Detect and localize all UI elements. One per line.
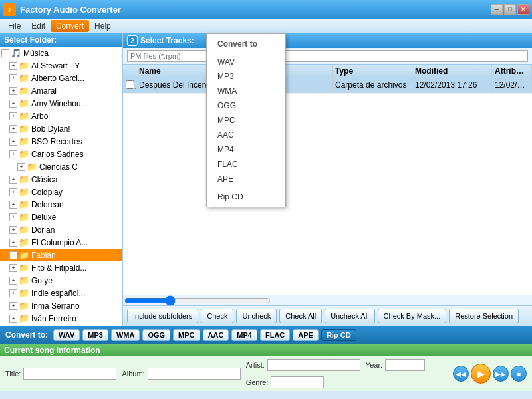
convert-to-flac[interactable]: FLAC: [207, 157, 285, 172]
tree-expand-icon[interactable]: +: [9, 87, 17, 95]
tree-item[interactable]: +📁Jero Romero: [0, 325, 122, 326]
table-row[interactable]: Después Del Incen... Carpeta de archivos…: [123, 78, 532, 94]
tree-expand-icon[interactable]: +: [9, 62, 17, 70]
tree-expand-icon[interactable]: +: [9, 289, 17, 297]
tree-expand-icon[interactable]: +: [9, 251, 17, 259]
tree-item[interactable]: +📁Alberto Garci...: [0, 72, 122, 84]
check-button[interactable]: Check: [201, 309, 233, 323]
format-ape[interactable]: APE: [293, 329, 319, 341]
menu-help[interactable]: Help: [89, 20, 116, 32]
tree-item[interactable]: +📁Delorean: [0, 198, 122, 211]
genre-input[interactable]: [271, 376, 324, 388]
tree-expand-icon[interactable]: +: [9, 112, 17, 120]
tree-item[interactable]: +📁Iván Ferreiro: [0, 312, 122, 325]
tree-item[interactable]: +📁Fito & Fitipald...: [0, 261, 122, 274]
menubar: File Edit Convert Help: [0, 19, 532, 33]
check-all-button[interactable]: Check All: [279, 309, 322, 323]
tree-item[interactable]: +📁Inma Serrano: [0, 299, 122, 312]
tracks-panel: 2 Select Tracks: Name Type Modified Attr…: [123, 33, 532, 326]
format-aac[interactable]: AAC: [203, 329, 229, 341]
format-mp4[interactable]: MP4: [231, 329, 257, 341]
play-button[interactable]: ▶: [471, 364, 491, 384]
tree-item[interactable]: +📁Carlos Sadnes: [0, 148, 122, 160]
tree-expand-icon[interactable]: −: [1, 49, 9, 57]
convert-to-wma[interactable]: WMA: [207, 84, 285, 98]
rewind-button[interactable]: ◀◀: [453, 366, 469, 382]
close-button[interactable]: ✕: [517, 4, 529, 15]
titlebar: ♪ Factory Audio Converter ─ □ ✕: [0, 0, 532, 19]
format-wma[interactable]: WMA: [111, 329, 140, 341]
maximize-button[interactable]: □: [504, 4, 516, 15]
tree-item[interactable]: +📁El Columpio A...: [0, 236, 122, 249]
convert-to-mp3[interactable]: MP3: [207, 69, 285, 84]
tree-expand-icon[interactable]: +: [9, 315, 17, 323]
tree-expand-icon[interactable]: +: [9, 100, 17, 108]
convert-to-ape[interactable]: APE: [207, 172, 285, 186]
restore-selection-button[interactable]: Restore Selection: [449, 309, 519, 323]
menu-file[interactable]: File: [3, 20, 26, 32]
tree-item[interactable]: +📁Arbol: [0, 110, 122, 122]
uncheck-all-button[interactable]: Uncheck All: [325, 309, 374, 323]
artist-input[interactable]: [267, 359, 360, 371]
tree-expand-icon[interactable]: +: [9, 74, 17, 82]
tree-expand-icon[interactable]: +: [9, 125, 17, 133]
tree-expand-icon[interactable]: +: [9, 138, 17, 146]
format-mpc[interactable]: MPC: [173, 329, 200, 341]
convert-to-aac[interactable]: AAC: [207, 128, 285, 142]
tree-item[interactable]: +📁Amaral: [0, 84, 122, 97]
forward-button[interactable]: ▶▶: [493, 366, 509, 382]
dropdown-separator-2: [207, 188, 285, 188]
tree-item[interactable]: +📁Clásica: [0, 173, 122, 186]
minimize-button[interactable]: ─: [491, 4, 503, 15]
convert-to-ogg[interactable]: OGG: [207, 98, 285, 113]
convert-rip-cd[interactable]: Rip CD: [207, 190, 285, 204]
filter-input[interactable]: [127, 50, 528, 62]
tree-expand-icon[interactable]: +: [9, 302, 17, 310]
convert-to-mpc[interactable]: MPC: [207, 113, 285, 128]
format-rip-cd[interactable]: Rip CD: [321, 329, 356, 341]
menu-edit[interactable]: Edit: [26, 20, 51, 32]
convert-to-mp4[interactable]: MP4: [207, 142, 285, 157]
tree-expand-icon[interactable]: +: [9, 188, 17, 196]
horizontal-scrollbar[interactable]: [123, 295, 532, 305]
tree-item[interactable]: +📁BSO Recortes: [0, 135, 122, 148]
tree-expand-icon[interactable]: +: [9, 201, 17, 209]
uncheck-button[interactable]: Uncheck: [236, 309, 277, 323]
include-subfolders-button[interactable]: Include subfolders: [127, 309, 198, 323]
col-type: Type: [332, 65, 412, 78]
tree-item[interactable]: +📁Dorian: [0, 223, 122, 236]
row-check[interactable]: [123, 78, 136, 93]
tree-expand-icon[interactable]: +: [9, 176, 17, 184]
convert-to-wav[interactable]: WAV: [207, 55, 285, 69]
stop-button[interactable]: ■: [511, 366, 527, 382]
hscroll-slider[interactable]: [124, 295, 271, 306]
tree-item[interactable]: +📁Deluxe: [0, 211, 122, 223]
playback-controls: ◀◀ ▶ ▶▶ ■: [453, 364, 527, 384]
col-attributes: Attributes: [492, 65, 532, 78]
tree-item[interactable]: +📁Coldplay: [0, 186, 122, 198]
check-by-mask-button[interactable]: Check By Mask...: [378, 309, 447, 323]
tree-item[interactable]: −🎵Música: [0, 47, 122, 59]
format-wav[interactable]: WAV: [53, 329, 80, 341]
year-input[interactable]: [385, 359, 425, 371]
tree-expand-icon[interactable]: +: [9, 239, 17, 247]
album-input[interactable]: [148, 368, 241, 380]
format-ogg[interactable]: OGG: [142, 329, 170, 341]
tree-expand-icon[interactable]: +: [9, 264, 17, 272]
tree-expand-icon[interactable]: +: [9, 277, 17, 285]
tree-expand-icon[interactable]: +: [17, 163, 25, 171]
tree-item[interactable]: +📁Ciencias C: [0, 160, 122, 173]
tree-item[interactable]: +📁Gotye: [0, 274, 122, 287]
tree-item[interactable]: +📁Indie español...: [0, 287, 122, 299]
tree-expand-icon[interactable]: +: [9, 213, 17, 221]
format-flac[interactable]: FLAC: [260, 329, 290, 341]
tree-item[interactable]: +📁Bob Dylan!: [0, 122, 122, 135]
format-mp3[interactable]: MP3: [82, 329, 108, 341]
tree-expand-icon[interactable]: +: [9, 150, 17, 158]
tree-item[interactable]: +📁Fabián: [0, 249, 122, 261]
tree-item[interactable]: +📁Amy Winehou...: [0, 97, 122, 110]
tree-item[interactable]: +📁Al Stewart - Y: [0, 59, 122, 72]
title-input[interactable]: [23, 368, 116, 380]
tree-expand-icon[interactable]: +: [9, 226, 17, 234]
menu-convert[interactable]: Convert: [51, 20, 89, 32]
